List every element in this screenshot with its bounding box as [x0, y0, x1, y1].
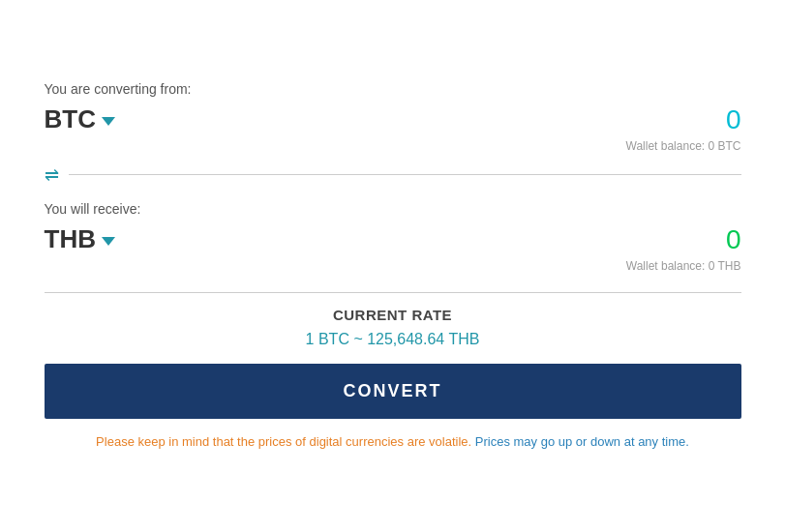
to-currency-selector[interactable]: THB: [45, 224, 115, 254]
current-rate-value: 1 BTC ~ 125,648.64 THB: [45, 331, 741, 348]
from-currency-chevron-icon: [102, 117, 115, 126]
from-currency-selector[interactable]: BTC: [45, 104, 115, 134]
to-currency-amount: 0: [726, 224, 741, 255]
disclaimer: Please keep in mind that the prices of d…: [45, 432, 741, 452]
from-currency-code: BTC: [45, 104, 96, 134]
from-currency-amount: 0: [726, 104, 741, 135]
swap-icon[interactable]: ⇌: [45, 164, 59, 186]
disclaimer-orange-text: Please keep in mind that the prices of d…: [96, 434, 471, 449]
currency-converter: You are converting from: BTC 0 Wallet ba…: [15, 62, 770, 471]
converting-from-label: You are converting from:: [45, 81, 741, 97]
to-currency-row: THB 0: [45, 224, 741, 255]
divider-line: [69, 174, 741, 175]
to-currency-code: THB: [45, 224, 96, 254]
disclaimer-blue-text: Prices may go up or down at any time.: [475, 434, 689, 449]
current-rate-title: CURRENT RATE: [45, 307, 741, 323]
from-currency-row: BTC 0: [45, 104, 741, 135]
current-rate-section: CURRENT RATE 1 BTC ~ 125,648.64 THB: [45, 292, 741, 348]
convert-button[interactable]: CONVERT: [45, 364, 741, 419]
swap-row: ⇌: [45, 164, 741, 186]
from-wallet-balance: Wallet balance: 0 BTC: [45, 139, 741, 153]
receive-label: You will receive:: [45, 201, 741, 217]
to-currency-chevron-icon: [102, 237, 115, 246]
to-wallet-balance: Wallet balance: 0 THB: [45, 259, 741, 273]
